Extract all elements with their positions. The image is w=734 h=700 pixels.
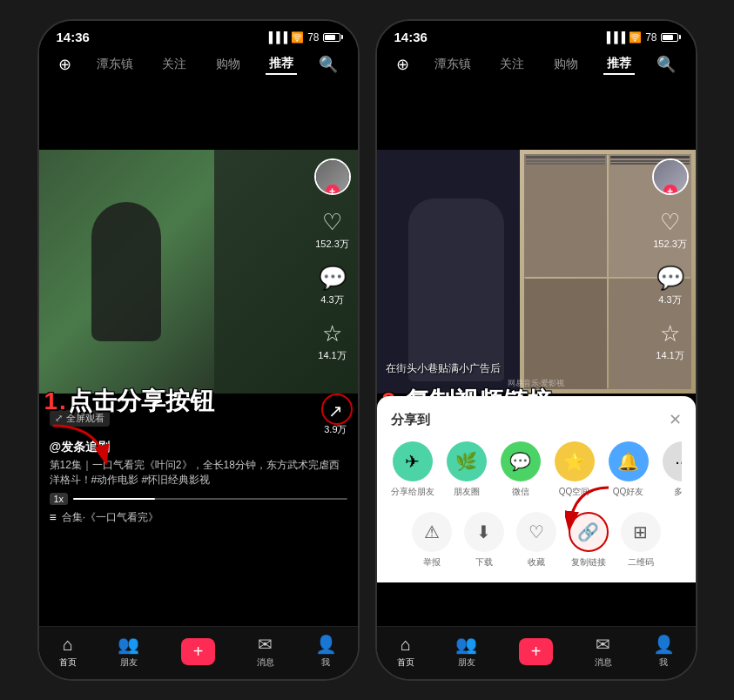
like-count-1: 152.3万	[315, 238, 349, 251]
tab-friends[interactable]: 👥 朋友	[118, 634, 139, 669]
avatar-2[interactable]: +	[652, 158, 689, 195]
tab-bar-1: ⌂ 首页 👥 朋友 + ✉ 消息 👤 我	[39, 626, 358, 679]
share-count-1: 3.9万	[324, 423, 347, 436]
tab-home[interactable]: ⌂ 首页	[59, 635, 77, 669]
time-1: 14:36	[57, 30, 90, 44]
progress-fill	[73, 498, 155, 500]
close-button[interactable]: ✕	[669, 410, 682, 429]
tab-add[interactable]: +	[181, 638, 216, 665]
nav-shop[interactable]: 购物	[212, 55, 244, 74]
tab-messages-2[interactable]: ✉ 消息	[595, 634, 612, 669]
bookmark-count-1: 14.1万	[318, 349, 346, 362]
video-frame-2[interactable]: 在街头小巷贴满小广告后 网易音乐·爱影视 + ♡ 152.3万	[377, 150, 696, 394]
video-frame-1[interactable]: + ♡ 152.3万 💬 4.3万 ☆ 14.1万	[39, 150, 358, 394]
status-bar-1: 14:36 ▐▐▐ 🛜 78	[39, 21, 358, 49]
nav-add[interactable]: ⊕	[58, 55, 71, 74]
share-more-label: 多...	[674, 486, 681, 498]
nav-tandongzhen-2[interactable]: 潭东镇	[431, 55, 475, 74]
signal-icon-2: ▐▐▐	[603, 31, 626, 44]
battery-icon-2	[661, 33, 678, 42]
signal-icon: ▐▐▐	[266, 31, 288, 44]
share-panel: 分享到 ✕ ✈ 分享给朋友 🌿 朋友圈 💬	[377, 396, 696, 582]
tab-me[interactable]: 👤 我	[315, 634, 337, 669]
tab-me-label-2: 我	[659, 656, 668, 669]
like-button-1[interactable]: ♡ 152.3万	[315, 209, 349, 251]
collection-text: 合集·《一口气看完》	[62, 510, 158, 525]
tab-me-label: 我	[321, 656, 330, 669]
bookmark-count-2: 14.1万	[656, 349, 683, 362]
tab-add-2[interactable]: +	[519, 638, 554, 665]
battery-icon	[323, 33, 340, 42]
favorite-action[interactable]: ♡ 收藏	[516, 512, 556, 569]
nav-add-2[interactable]: ⊕	[396, 55, 409, 74]
share-moments[interactable]: 🌿 朋友圈	[445, 441, 488, 498]
tab-home-2[interactable]: ⌂ 首页	[397, 635, 414, 669]
tab-home-label-2: 首页	[397, 656, 414, 669]
add-icon-2: +	[519, 638, 554, 665]
collection-row: ≡ 合集·《一口气看完》	[50, 510, 347, 525]
tab-me-2[interactable]: 👤 我	[653, 634, 675, 669]
phone-2: 14:36 ▐▐▐ 🛜 78 ⊕ 潭东镇 关注 购物 推荐 🔍	[375, 19, 697, 681]
comment-button-1[interactable]: 💬 4.3万	[319, 265, 347, 306]
avatar-1[interactable]: +	[314, 158, 351, 195]
video-subtitle: 在街头小巷贴满小广告后	[386, 361, 501, 376]
comment-count-1: 4.3万	[320, 293, 343, 306]
comment-icon: 💬	[319, 265, 347, 292]
nav-search[interactable]: 🔍	[319, 55, 338, 74]
qrcode-label: 二维码	[628, 556, 654, 569]
report-action[interactable]: ⚠ 举报	[412, 512, 452, 569]
star-icon-1: ☆	[322, 320, 342, 347]
share-wechat-icon: 💬	[501, 441, 541, 481]
tab-messages-label: 消息	[257, 656, 274, 669]
share-wechat[interactable]: 💬 微信	[499, 441, 542, 498]
nav-follow-2[interactable]: 关注	[496, 55, 528, 74]
arrow-copy-link	[565, 483, 617, 539]
friends-icon-2: 👥	[455, 634, 477, 655]
arrow-svg-1	[44, 421, 114, 465]
right-actions-2: + ♡ 152.3万 💬 4.3万 ☆ 14.1万	[652, 158, 689, 362]
nav-tandongzhen[interactable]: 潭东镇	[93, 55, 137, 74]
man-figure	[377, 150, 536, 394]
nav-recommend[interactable]: 推荐	[266, 54, 297, 75]
share-to-friend[interactable]: ✈ 分享给朋友	[391, 441, 434, 498]
nav-search-2[interactable]: 🔍	[657, 55, 676, 74]
tab-messages-label-2: 消息	[595, 656, 612, 669]
tab-home-label: 首页	[59, 656, 77, 669]
like-button-2[interactable]: ♡ 152.3万	[653, 209, 687, 251]
share-more-icon: ···	[663, 441, 682, 481]
share-friend-label: 分享给朋友	[391, 486, 434, 498]
home-icon: ⌂	[63, 635, 73, 655]
share-more[interactable]: ··· 多...	[661, 441, 682, 498]
tab-messages[interactable]: ✉ 消息	[257, 634, 274, 669]
star-icon-2: ☆	[660, 320, 680, 347]
messages-icon: ✉	[258, 634, 273, 655]
share-icon-1[interactable]: ↗	[328, 400, 343, 421]
copy-link-label: 复制链接	[571, 556, 606, 569]
progress-bar[interactable]	[73, 498, 347, 500]
nav-follow[interactable]: 关注	[158, 55, 190, 74]
heart-icon: ♡	[322, 209, 342, 236]
share-panel-title: 分享到	[391, 412, 430, 428]
home-icon-2: ⌂	[401, 635, 411, 655]
bookmark-button-2[interactable]: ☆ 14.1万	[656, 320, 683, 362]
annotation-label-1: 点击分享按钮	[68, 385, 214, 418]
me-icon-2: 👤	[653, 634, 675, 655]
tab-friends-label: 朋友	[120, 656, 138, 669]
qrcode-action[interactable]: ⊞ 二维码	[621, 512, 661, 569]
favorite-icon: ♡	[516, 512, 556, 552]
video-section-1: + ♡ 152.3万 💬 4.3万 ☆ 14.1万	[39, 150, 358, 626]
status-icons-2: ▐▐▐ 🛜 78	[603, 31, 678, 44]
comment-button-2[interactable]: 💬 4.3万	[657, 265, 684, 306]
tab-friends-2[interactable]: 👥 朋友	[455, 634, 477, 669]
download-action[interactable]: ⬇ 下载	[464, 512, 504, 569]
nav-shop-2[interactable]: 购物	[550, 55, 582, 74]
bookmark-button-1[interactable]: ☆ 14.1万	[318, 320, 346, 362]
download-icon: ⬇	[464, 512, 504, 552]
battery-text-2: 78	[645, 31, 657, 44]
speed-badge[interactable]: 1x	[50, 493, 69, 505]
status-bar-2: 14:36 ▐▐▐ 🛜 78	[377, 21, 696, 49]
top-spacer-1	[39, 80, 358, 150]
nav-recommend-2[interactable]: 推荐	[603, 54, 635, 75]
share-icons-row: ✈ 分享给朋友 🌿 朋友圈 💬 微信 ⭐ Q	[391, 441, 682, 498]
friends-icon: 👥	[118, 634, 139, 655]
